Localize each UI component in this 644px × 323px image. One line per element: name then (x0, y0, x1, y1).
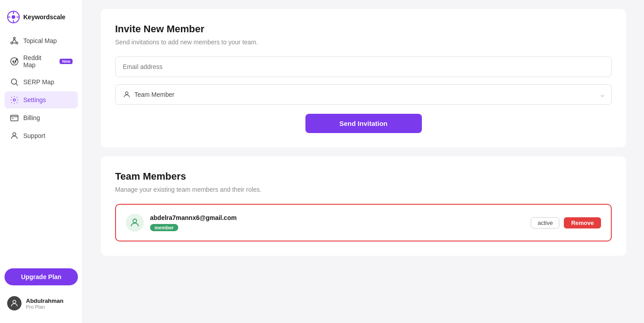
team-members-title: Team Members (115, 171, 612, 182)
team-members-description: Manage your existing team members and th… (115, 186, 612, 193)
main-content: Invite New Member Send invitations to ad… (83, 0, 644, 323)
svg-point-23 (13, 300, 16, 303)
user-info: Abdulrahman Pro Plan (26, 297, 64, 310)
search-icon (10, 78, 19, 86)
billing-icon (10, 113, 19, 122)
reddit-icon (10, 57, 19, 66)
invite-title: Invite New Member (115, 23, 612, 35)
sidebar-item-billing[interactable]: Billing (4, 109, 78, 126)
role-select[interactable]: Team Member ⌵ (115, 84, 612, 105)
sidebar-item-billing-label: Billing (23, 114, 40, 121)
svg-rect-20 (11, 115, 18, 121)
support-icon (10, 131, 19, 140)
member-actions: active Remove (531, 217, 601, 228)
role-label: Team Member (134, 91, 174, 98)
sidebar-item-settings-label: Settings (23, 96, 46, 103)
upgrade-plan-button[interactable]: Upgrade Plan (4, 268, 78, 285)
user-plan: Pro Plan (26, 304, 64, 310)
team-members-card: Team Members Manage your existing team m… (101, 156, 626, 256)
settings-icon (10, 95, 19, 104)
role-left: Team Member (123, 90, 174, 99)
user-name: Abdulrahman (26, 297, 64, 304)
sidebar-item-serp-map[interactable]: SERP Map (4, 73, 78, 90)
svg-line-10 (14, 39, 17, 42)
chevron-down-icon: ⌵ (601, 91, 604, 98)
logo-area: Keywordscale (0, 7, 82, 32)
network-icon (10, 36, 19, 45)
invite-description: Send invitations to add new members to y… (115, 39, 612, 46)
svg-point-7 (11, 42, 13, 44)
email-input[interactable] (115, 56, 612, 77)
remove-member-button[interactable]: Remove (564, 217, 601, 228)
sidebar-item-topical-map[interactable]: Topical Map (4, 32, 78, 49)
logo-text: Keywordscale (23, 13, 65, 21)
svg-point-24 (125, 92, 128, 95)
svg-point-14 (15, 61, 16, 62)
svg-line-9 (12, 39, 14, 42)
sidebar-item-support[interactable]: Support (4, 127, 78, 144)
svg-point-13 (13, 61, 14, 62)
svg-point-25 (133, 219, 137, 223)
sidebar-item-topical-map-label: Topical Map (23, 37, 57, 44)
sidebar-item-reddit-map-label: Reddit Map (23, 54, 54, 69)
nav-items: Topical Map Reddit Map New SERP Map (0, 32, 82, 263)
sidebar: Keywordscale Topical Map Red (0, 0, 83, 323)
status-badge: active (531, 217, 559, 228)
avatar (7, 296, 21, 310)
member-role-badge: member (150, 224, 178, 231)
svg-line-18 (16, 84, 18, 86)
svg-point-8 (16, 42, 18, 44)
role-select-wrapper: Team Member ⌵ (115, 84, 612, 105)
sidebar-item-support-label: Support (23, 132, 45, 139)
sidebar-item-settings[interactable]: Settings (4, 91, 78, 108)
send-invitation-button[interactable]: Send Invitation (305, 114, 422, 133)
new-badge: New (60, 59, 73, 64)
svg-point-19 (13, 99, 16, 101)
svg-point-22 (13, 133, 16, 136)
table-row: abdelra7mannx6@gmail.com member active R… (120, 208, 607, 237)
member-list: abdelra7mannx6@gmail.com member active R… (115, 204, 612, 241)
svg-line-16 (16, 60, 17, 61)
user-profile: Abdulrahman Pro Plan (0, 291, 82, 316)
member-email: abdelra7mannx6@gmail.com (150, 214, 524, 221)
logo-icon (7, 11, 20, 23)
svg-point-6 (13, 37, 15, 39)
svg-point-1 (12, 15, 15, 19)
person-icon (123, 90, 131, 99)
sidebar-item-reddit-map[interactable]: Reddit Map New (4, 50, 78, 73)
invite-card: Invite New Member Send invitations to ad… (101, 9, 626, 147)
sidebar-item-serp-map-label: SERP Map (23, 78, 54, 86)
member-avatar (126, 214, 144, 232)
member-info: abdelra7mannx6@gmail.com member (150, 214, 524, 231)
